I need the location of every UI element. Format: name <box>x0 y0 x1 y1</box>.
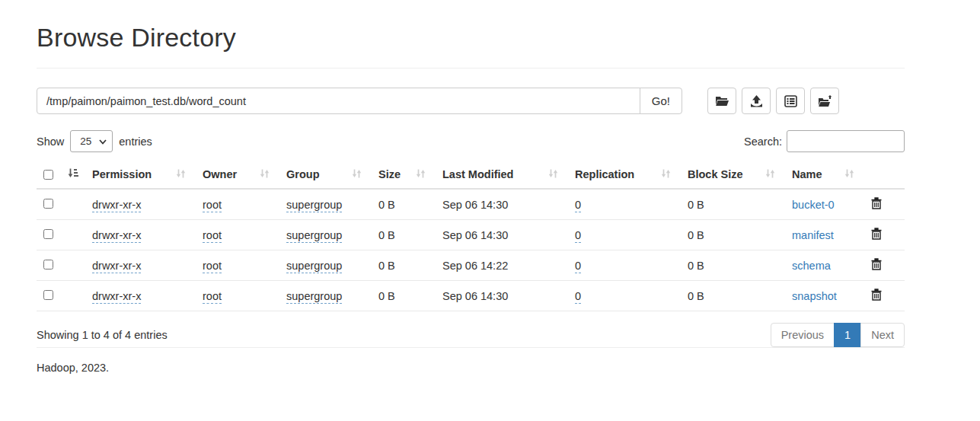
pagination-previous[interactable]: Previous <box>771 323 835 347</box>
group-value[interactable]: supergroup <box>286 229 342 243</box>
sort-icon <box>260 168 270 180</box>
directory-table: Permission Owner Group Size <box>37 161 905 311</box>
trash-icon <box>871 231 882 242</box>
browse-directory-page: Browse Directory Go! <box>37 0 905 374</box>
operations-button[interactable] <box>776 88 805 114</box>
go-button[interactable]: Go! <box>640 88 682 114</box>
page-length-value: 25 <box>80 136 91 147</box>
entries-summary: Showing 1 to 4 of 4 entries <box>37 329 168 341</box>
sort-icon <box>548 168 558 180</box>
file-link[interactable]: snapshot <box>792 290 837 302</box>
pagination-page-1[interactable]: 1 <box>834 323 861 347</box>
group-value[interactable]: supergroup <box>286 260 342 273</box>
trash-icon <box>871 292 882 303</box>
page-length-select[interactable]: 25 <box>70 130 113 152</box>
file-link[interactable]: bucket-0 <box>792 199 835 211</box>
delete-file-button[interactable] <box>871 228 882 242</box>
footer-text: Hadoop, 2023. <box>37 362 905 374</box>
upload-icon <box>750 95 763 107</box>
column-header-block-size[interactable]: Block Size <box>682 161 786 189</box>
replication-value[interactable]: 0 <box>575 199 581 212</box>
table-footer: Showing 1 to 4 of 4 entries Previous 1 N… <box>37 323 905 347</box>
delete-file-button[interactable] <box>871 258 882 273</box>
page-length-control: Show 25 entries <box>37 130 152 152</box>
table-header-row: Permission Owner Group Size <box>37 161 905 189</box>
table-row: drwxr-xr-x root supergroup 0 B Sep 06 14… <box>37 281 905 311</box>
path-input-group: Go! <box>37 88 682 114</box>
divider <box>37 68 905 69</box>
select-all-checkbox[interactable] <box>43 170 53 180</box>
folder-open-icon <box>715 95 729 107</box>
column-header-permission[interactable]: Permission <box>86 161 196 189</box>
search-control: Search: <box>744 130 905 152</box>
modified-value: Sep 06 14:30 <box>442 290 508 302</box>
row-checkbox[interactable] <box>43 229 53 239</box>
column-header-actions <box>865 161 905 189</box>
table-controls: Show 25 entries Search: <box>37 130 905 152</box>
show-label: Show <box>37 136 64 148</box>
select-all-header[interactable] <box>37 161 86 189</box>
modified-value: Sep 06 14:22 <box>442 260 508 272</box>
table-row: drwxr-xr-x root supergroup 0 B Sep 06 14… <box>37 250 905 281</box>
sort-icon <box>416 168 426 180</box>
row-checkbox[interactable] <box>43 290 53 300</box>
create-directory-button[interactable] <box>707 88 736 114</box>
sort-icon <box>352 168 362 180</box>
sort-icon <box>661 168 671 180</box>
permission-value[interactable]: drwxr-xr-x <box>92 229 141 243</box>
row-checkbox[interactable] <box>43 260 53 270</box>
path-input[interactable] <box>37 88 640 114</box>
pagination: Previous 1 Next <box>771 323 905 347</box>
group-value[interactable]: supergroup <box>286 199 342 212</box>
chevron-down-icon <box>99 136 107 147</box>
sort-icon <box>176 168 186 180</box>
column-header-owner[interactable]: Owner <box>196 161 280 189</box>
size-value: 0 B <box>378 199 395 211</box>
column-header-replication[interactable]: Replication <box>569 161 682 189</box>
block-size-value: 0 B <box>688 229 704 241</box>
block-size-value: 0 B <box>688 290 704 302</box>
search-input[interactable] <box>787 130 905 152</box>
list-alt-icon <box>784 95 797 107</box>
trash-icon <box>871 261 882 273</box>
entries-label: entries <box>119 136 152 148</box>
owner-value[interactable]: root <box>203 260 222 273</box>
path-toolbar: Go! <box>37 88 905 114</box>
column-header-size[interactable]: Size <box>372 161 436 189</box>
size-value: 0 B <box>378 229 395 241</box>
search-label: Search: <box>744 136 782 148</box>
replication-value[interactable]: 0 <box>575 290 581 304</box>
owner-value[interactable]: root <box>203 199 222 212</box>
sort-amount-asc-icon <box>68 168 78 180</box>
delete-file-button[interactable] <box>871 197 882 212</box>
sort-icon <box>765 168 775 180</box>
column-header-group[interactable]: Group <box>280 161 372 189</box>
column-header-name[interactable]: Name <box>786 161 865 189</box>
size-value: 0 B <box>378 290 395 302</box>
delete-file-button[interactable] <box>871 289 882 303</box>
column-header-last-modified[interactable]: Last Modified <box>436 161 569 189</box>
pagination-next[interactable]: Next <box>860 323 905 347</box>
row-checkbox[interactable] <box>43 199 53 209</box>
move-folder-button[interactable] <box>810 88 839 114</box>
file-action-buttons <box>707 88 839 114</box>
file-link[interactable]: manifest <box>792 229 834 241</box>
file-link[interactable]: schema <box>792 260 831 272</box>
block-size-value: 0 B <box>688 199 704 211</box>
table-row: drwxr-xr-x root supergroup 0 B Sep 06 14… <box>37 189 905 220</box>
permission-value[interactable]: drwxr-xr-x <box>92 260 141 273</box>
trash-icon <box>871 200 882 212</box>
owner-value[interactable]: root <box>203 229 222 243</box>
replication-value[interactable]: 0 <box>575 260 581 273</box>
modified-value: Sep 06 14:30 <box>442 199 508 211</box>
permission-value[interactable]: drwxr-xr-x <box>92 199 141 212</box>
permission-value[interactable]: drwxr-xr-x <box>92 290 141 304</box>
group-value[interactable]: supergroup <box>286 290 342 304</box>
replication-value[interactable]: 0 <box>575 229 581 243</box>
size-value: 0 B <box>378 260 395 272</box>
folder-move-icon <box>818 95 832 107</box>
upload-file-button[interactable] <box>742 88 771 114</box>
modified-value: Sep 06 14:30 <box>442 229 508 241</box>
owner-value[interactable]: root <box>203 290 222 304</box>
table-row: drwxr-xr-x root supergroup 0 B Sep 06 14… <box>37 220 905 250</box>
